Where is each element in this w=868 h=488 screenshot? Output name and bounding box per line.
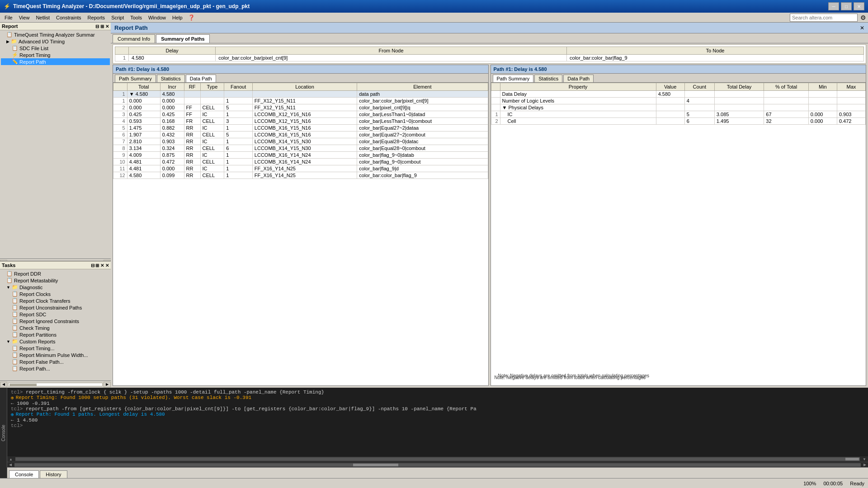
lrow-location-9: LCCOMB_X16_Y14_N24 <box>252 152 357 159</box>
statusbar: 100% 00:00:05 Ready <box>0 478 868 488</box>
menu-file[interactable]: File <box>2 14 15 21</box>
path-left-row-12[interactable]: 12 4.580 0.099 RR CELL 1 FF_X16_Y14_N25 … <box>113 172 488 179</box>
path-right-row-1[interactable]: Number of Logic Levels 4 <box>491 98 866 104</box>
left-tab-stats[interactable]: Statistics <box>157 75 185 82</box>
lrow-num-2: 2 <box>113 104 127 111</box>
lrow-type-5: IC <box>200 125 224 131</box>
task-clock-transfers[interactable]: 📋 Report Clock Transfers <box>1 297 110 304</box>
path-right-row-4[interactable]: 2 Cell 6 1.495 32 0.000 0.472 <box>491 118 866 125</box>
task-label-clocks: Report Clocks <box>19 291 51 297</box>
menu-reports[interactable]: Reports <box>85 14 108 21</box>
console-scroll-track[interactable] <box>15 457 860 461</box>
task-report-path[interactable]: 📋 Report Path... <box>1 365 110 372</box>
path-left-row-1[interactable]: 1 0.000 0.000 1 FF_X12_Y15_N11 color_bar… <box>113 98 488 104</box>
task-rpt-timing[interactable]: 📋 Report Timing... <box>1 345 110 352</box>
titlebar-controls: ─ □ ✕ <box>828 2 864 10</box>
path-left-row-10[interactable]: 10 4.481 0.472 RR CELL 1 LCCOMB_X16_Y14_… <box>113 159 488 165</box>
tree-item-report-path[interactable]: ✏️ Report Path <box>1 58 110 65</box>
tree-item-summary[interactable]: 📋 TimeQuest Timing Analyzer Summar <box>1 31 110 38</box>
task-diagnostic[interactable]: ▼ 📁 Diagnostic <box>1 284 110 291</box>
rrow-val-2 <box>656 104 684 111</box>
task-partitions[interactable]: 📋 Report Partitions <box>1 331 110 338</box>
right-tab-data[interactable]: Data Path <box>563 75 594 82</box>
split-area: Path #1: Delay is 4.580 Path Summary Sta… <box>113 65 866 386</box>
path-left-row-9[interactable]: 9 4.009 0.875 RR IC 1 LCCOMB_X16_Y14_N24… <box>113 152 488 159</box>
tree-item-sdc[interactable]: 📋 SDC File List <box>1 45 110 52</box>
task-report-ddr[interactable]: 📋 Report DDR <box>1 270 110 277</box>
tasks-scroll-track[interactable] <box>8 383 103 386</box>
left-tab-summary[interactable]: Path Summary <box>115 75 156 82</box>
maximize-button[interactable]: □ <box>841 2 852 10</box>
console-scroll-up[interactable]: ▲ <box>7 457 14 461</box>
path-left-row-4[interactable]: 4 0.593 0.168 FR CELL 3 LCCOMB_X12_Y15_N… <box>113 118 488 125</box>
tasks-scroll-right[interactable]: ▶ <box>104 382 111 387</box>
close-button[interactable]: ✕ <box>854 2 864 10</box>
lrow-num-12: 12 <box>113 172 127 179</box>
task-false-path[interactable]: 📋 Report False Path... <box>1 358 110 365</box>
report-path-close-icon[interactable]: ✕ <box>860 25 864 31</box>
lrow-fanout-5: 1 <box>224 125 253 131</box>
menu-tools[interactable]: Tools <box>127 14 145 21</box>
tab-summary-paths[interactable]: Summary of Paths <box>156 34 210 43</box>
task-sdc[interactable]: 📋 Report SDC <box>1 311 110 318</box>
path-left-row-11[interactable]: 11 4.481 0.000 RR IC 1 FF_X16_Y14_N25 co… <box>113 165 488 172</box>
task-check-timing[interactable]: 📋 Check Timing <box>1 324 110 331</box>
console-scroll-down[interactable]: ▼ <box>861 457 868 461</box>
lrow-fanout-6: 5 <box>224 131 253 138</box>
tree-item-advanced-io[interactable]: ▶ 📁 Advanced I/O Timing <box>1 38 110 45</box>
search-input[interactable] <box>790 14 858 22</box>
path-left-row-3[interactable]: 3 0.425 0.425 FF IC 1 LCCOMB_X12_Y16_N16… <box>113 111 488 118</box>
lrow-total-10: 4.481 <box>127 159 160 165</box>
tasks-scroll-left[interactable]: ◀ <box>0 382 7 387</box>
minimize-button[interactable]: ─ <box>828 2 839 10</box>
rrow-max-0 <box>837 91 865 98</box>
menu-netlist[interactable]: Netlist <box>33 14 52 21</box>
menu-help[interactable]: Help <box>170 14 185 21</box>
tree-item-report-timing[interactable]: ⚡ Report Timing <box>1 52 110 58</box>
tab-command-info[interactable]: Command Info <box>113 34 155 43</box>
status-zoom: 100% <box>803 481 816 486</box>
console-hscroll-left[interactable]: ◀ <box>7 463 14 467</box>
tree-icon-summary: 📋 <box>6 32 13 38</box>
task-icon-clt: 📋 <box>12 298 18 304</box>
lrow-type-4: CELL <box>200 118 224 125</box>
console-tab-history[interactable]: History <box>40 470 67 478</box>
console-tab-console[interactable]: Console <box>9 470 39 478</box>
path-left-row-6[interactable]: 6 1.907 0.432 RR CELL 5 LCCOMB_X16_Y15_N… <box>113 131 488 138</box>
tree-label-path: Report Path <box>19 59 46 65</box>
path-right-row-0[interactable]: Data Delay 4.580 <box>491 91 866 98</box>
task-min-pulse[interactable]: 📋 Report Minimum Pulse Width... <box>1 352 110 358</box>
lrow-incr-10: 0.472 <box>160 159 184 165</box>
task-unconstrained[interactable]: 📋 Report Unconstrained Paths <box>1 304 110 311</box>
path-left-row-7[interactable]: 7 2.810 0.903 RR IC 1 LCCOMB_X14_Y15_N30… <box>113 138 488 145</box>
task-report-meta[interactable]: 📋 Report Metastability <box>1 277 110 284</box>
path-right-row-2[interactable]: ▼ Physical Delays <box>491 104 866 111</box>
right-tab-stats[interactable]: Statistics <box>534 75 562 82</box>
task-icon-fp: 📋 <box>12 359 18 365</box>
path-left-row-0[interactable]: 1 ▼ 4.580 4.580 data path <box>113 91 488 98</box>
col-num <box>115 47 129 55</box>
task-clocks[interactable]: 📋 Report Clocks <box>1 291 110 297</box>
right-tab-summary[interactable]: Path Summary <box>493 75 534 82</box>
console-hscroll-right[interactable]: ▶ <box>862 463 868 467</box>
menu-window[interactable]: Window <box>146 14 169 21</box>
task-custom[interactable]: ▼ 📁 Custom Reports <box>1 338 110 345</box>
lrow-type-2: CELL <box>200 104 224 111</box>
summary-row-1[interactable]: 1 4.580 color_bar:color_bar|pixel_cnt[9]… <box>115 55 864 61</box>
menu-view[interactable]: View <box>16 14 33 21</box>
task-ignored[interactable]: 📋 Report Ignored Constraints <box>1 318 110 324</box>
lrow-rf-4: FR <box>184 118 200 125</box>
left-tab-data[interactable]: Data Path <box>186 75 216 82</box>
lrow-type-10: CELL <box>200 159 224 165</box>
lrow-type-9: IC <box>200 152 224 159</box>
console-hscroll-track[interactable] <box>14 463 861 467</box>
menu-constraints[interactable]: Constraints <box>53 14 84 21</box>
path-right-row-3[interactable]: 1 IC 5 3.085 67 0.000 0.903 <box>491 111 866 118</box>
rcol-count: Count <box>684 83 714 91</box>
lcol-element: Element <box>357 83 488 91</box>
path-left-row-5[interactable]: 5 1.475 0.882 RR IC 1 LCCOMB_X16_Y15_N16… <box>113 125 488 131</box>
report-path-tabbar: Command Info Summary of Paths <box>111 33 868 43</box>
path-left-row-8[interactable]: 8 3.134 0.324 RR CELL 6 LCCOMB_X14_Y15_N… <box>113 145 488 152</box>
menu-script[interactable]: Script <box>108 14 127 21</box>
path-left-row-2[interactable]: 2 0.000 0.000 FF CELL 5 FF_X12_Y15_N11 c… <box>113 104 488 111</box>
